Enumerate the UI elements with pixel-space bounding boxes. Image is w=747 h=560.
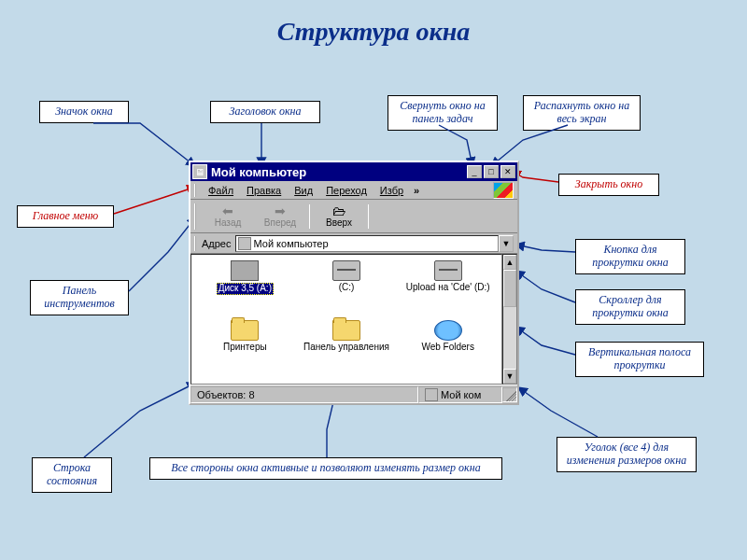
drive-icon	[434, 260, 462, 281]
forward-button[interactable]: ➡ Вперед	[254, 203, 306, 229]
menu-view[interactable]: Вид	[288, 184, 319, 197]
file-label: (C:)	[339, 283, 355, 293]
grip-icon[interactable]	[194, 203, 198, 230]
file-item[interactable]: Принтеры	[195, 320, 295, 378]
callout-title: Заголовок окна	[210, 101, 320, 123]
callout-resize-corner: Уголок (все 4) для изменения размеров ок…	[557, 437, 697, 472]
file-item[interactable]: Web Folders	[398, 320, 498, 378]
status-bar: Объектов: 8 Мой ком	[190, 385, 517, 403]
status-location: Мой ком	[418, 386, 502, 403]
folder-icon	[231, 320, 259, 341]
file-item[interactable]: Upload на 'Cde' (D:)	[398, 260, 498, 318]
file-label: Панель управления	[303, 343, 389, 353]
scroll-track[interactable]	[503, 307, 516, 369]
toolbar: ⬅ Назад ➡ Вперед 🗁 Вверх	[190, 200, 517, 233]
file-item[interactable]: (C:)	[297, 260, 397, 318]
window-title: Мой компьютер	[211, 165, 465, 179]
toolbar-separator	[368, 204, 369, 229]
callout-close: Закрыть окно	[558, 174, 659, 196]
menu-favorites[interactable]: Избр	[374, 184, 410, 197]
callout-main-menu: Главное меню	[17, 205, 114, 228]
file-item[interactable]: Панель управления	[297, 320, 397, 378]
address-dropdown[interactable]: ▼	[499, 235, 514, 252]
menu-file[interactable]: Файл	[202, 184, 240, 197]
folder-up-icon: 🗁	[332, 204, 345, 217]
scroll-thumb[interactable]	[503, 270, 516, 307]
callout-scroll-button: Кнопка для прокрутки окна	[575, 239, 685, 274]
toolbar-separator	[309, 204, 310, 229]
windows-logo-icon	[493, 182, 514, 199]
file-item[interactable]: Диск 3,5 (A:)	[195, 260, 295, 318]
menu-edit[interactable]: Правка	[240, 184, 288, 197]
address-value: Мой компьютер	[254, 238, 329, 249]
system-menu-icon[interactable]: 🖥	[192, 164, 207, 179]
titlebar[interactable]: 🖥 Мой компьютер _ □ ✕	[190, 162, 517, 181]
scroll-down-button[interactable]: ▼	[503, 369, 516, 384]
arrow-right-icon: ➡	[275, 204, 286, 217]
close-button[interactable]: ✕	[500, 165, 515, 178]
computer-icon	[425, 388, 438, 401]
up-button[interactable]: 🗁 Вверх	[313, 203, 365, 229]
vertical-scrollbar[interactable]: ▲ ▼	[502, 254, 517, 385]
address-field[interactable]: Мой компьютер	[235, 235, 500, 252]
file-label: Диск 3,5 (A:)	[217, 283, 274, 295]
floppy-icon	[231, 260, 259, 281]
callout-scrollbar: Вертикальная полоса прокрутки	[575, 342, 704, 377]
back-button[interactable]: ⬅ Назад	[202, 203, 254, 229]
callout-status-bar: Строка состояния	[32, 457, 112, 493]
maximize-button[interactable]: □	[484, 165, 499, 178]
content-area[interactable]: Диск 3,5 (A:)(C:)Upload на 'Cde' (D:)При…	[190, 254, 502, 385]
page-title: Структура окна	[0, 17, 747, 47]
callout-sides-note: Все стороны окна активные и позволяют из…	[149, 457, 502, 480]
callout-window-icon: Значок окна	[39, 101, 129, 123]
folder-icon	[332, 320, 360, 341]
callout-scroll-thumb: Скроллер для прокрутки окна	[575, 289, 685, 325]
drive-icon	[332, 260, 360, 281]
address-label: Адрес	[202, 238, 232, 249]
globe-icon	[434, 320, 462, 341]
menu-overflow[interactable]: »	[410, 185, 423, 196]
scroll-up-button[interactable]: ▲	[503, 255, 516, 270]
minimize-button[interactable]: _	[467, 165, 482, 178]
window: 🖥 Мой компьютер _ □ ✕ Файл Правка Вид Пе…	[189, 161, 519, 405]
file-label: Web Folders	[421, 343, 474, 353]
resize-grip[interactable]	[502, 387, 517, 402]
menu-bar: Файл Правка Вид Переход Избр »	[190, 181, 517, 200]
arrow-left-icon: ⬅	[222, 204, 233, 217]
address-bar: Адрес Мой компьютер ▼	[190, 233, 517, 254]
grip-icon[interactable]	[194, 236, 198, 251]
callout-toolbar: Панель инструментов	[30, 280, 129, 315]
computer-icon	[238, 237, 251, 250]
file-label: Upload на 'Cde' (D:)	[406, 283, 490, 293]
file-label: Принтеры	[223, 343, 267, 353]
grip-icon[interactable]	[194, 184, 198, 197]
menu-go[interactable]: Переход	[319, 184, 374, 197]
callout-maximize: Распахнуть окно на весь экран	[523, 95, 641, 131]
status-objects: Объектов: 8	[190, 386, 418, 403]
callout-minimize: Свернуть окно на панель задач	[388, 95, 498, 131]
